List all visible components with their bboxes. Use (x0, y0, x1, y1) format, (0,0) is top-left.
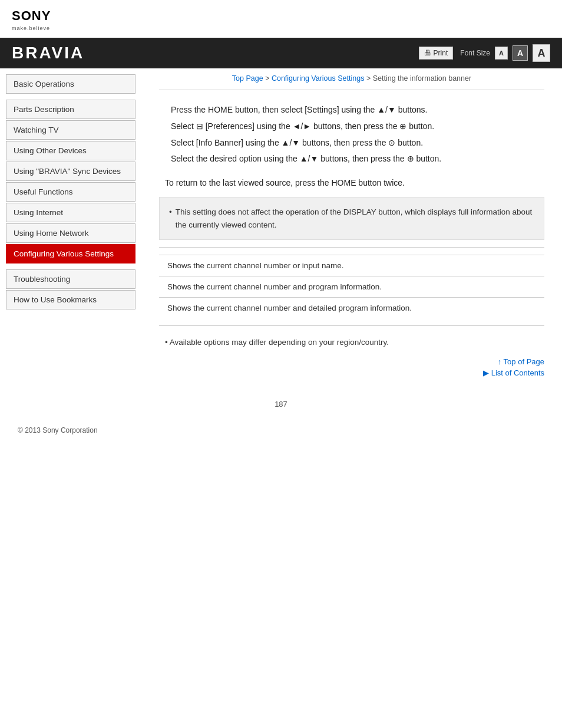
available-note-bullet: • (165, 338, 170, 347)
note-box-content: • This setting does not affect the opera… (169, 206, 534, 231)
breadcrumb-configuring[interactable]: Configuring Various Settings (272, 74, 365, 83)
steps-block: Press the HOME button, then select [Sett… (159, 97, 544, 174)
available-note: • Available options may differ depending… (159, 333, 544, 351)
list-of-contents-link[interactable]: List of Contents (159, 368, 544, 377)
breadcrumb-top-page[interactable]: Top Page (232, 74, 263, 83)
step-4: Select the desired option using the ▲/▼ … (171, 152, 533, 166)
step-1: Press the HOME button, then select [Sett… (171, 103, 533, 117)
footer-links: Top of Page List of Contents (159, 351, 544, 382)
option-2-text: Shows the current channel number and pro… (167, 282, 382, 291)
sidebar-item-watching-tv[interactable]: Watching TV (6, 120, 135, 140)
sidebar-item-configuring-settings[interactable]: Configuring Various Settings (6, 244, 135, 263)
step-3: Select [Info Banner] using the ▲/▼ butto… (171, 136, 533, 150)
divider-3 (159, 325, 544, 326)
header-bar: BRAVIA 🖶 Print Font Size A A A (0, 38, 562, 68)
sony-logo: SONY make.believe (12, 9, 51, 32)
bravia-title: BRAVIA (12, 44, 84, 62)
bullet-symbol: • (169, 206, 172, 231)
copyright-text: © 2013 Sony Corporation (18, 426, 98, 434)
header-controls: 🖶 Print Font Size A A A (419, 44, 550, 62)
page-number: 187 (0, 394, 562, 414)
font-size-medium-button[interactable]: A (513, 45, 528, 61)
breadcrumb-current: Setting the information banner (373, 74, 471, 83)
breadcrumb-sep2: > (364, 74, 372, 83)
logo-area: SONY make.believe (0, 0, 562, 38)
up-arrow-icon (498, 357, 504, 366)
step-2: Select ⊟ [Preferences] using the ◄/► but… (171, 120, 533, 134)
sidebar-item-troubleshooting[interactable]: Troubleshooting (6, 269, 135, 289)
return-note: To return to the last viewed source, pre… (159, 174, 544, 191)
option-row-3: Shows the current channel number and det… (159, 297, 544, 318)
sidebar-item-basic-operations[interactable]: Basic Operations (6, 74, 135, 94)
right-arrow-icon (483, 368, 491, 377)
option-row-1: Shows the current channel number or inpu… (159, 255, 544, 276)
sony-brand: SONY (12, 9, 51, 22)
breadcrumb-sep1: > (263, 74, 272, 83)
option-row-2: Shows the current channel number and pro… (159, 276, 544, 297)
font-size-label: Font Size (460, 49, 490, 57)
sidebar-item-using-internet[interactable]: Using Internet (6, 203, 135, 222)
sony-tagline: make.believe (12, 25, 50, 31)
copyright-bar: © 2013 Sony Corporation (0, 414, 562, 440)
content-area: Top Page > Configuring Various Settings … (141, 68, 562, 394)
main-layout: Basic Operations Parts Description Watch… (0, 68, 562, 394)
sidebar-item-using-other-devices[interactable]: Using Other Devices (6, 141, 135, 160)
breadcrumb: Top Page > Configuring Various Settings … (159, 74, 544, 83)
top-of-page-link[interactable]: Top of Page (159, 357, 544, 366)
available-note-text: Available options may differ depending o… (170, 338, 389, 347)
print-button[interactable]: 🖶 Print (419, 47, 454, 60)
return-note-text: To return to the last viewed source, pre… (165, 178, 405, 187)
option-1-text: Shows the current channel number or inpu… (167, 261, 343, 270)
divider-2 (159, 247, 544, 248)
sidebar-item-using-home-network[interactable]: Using Home Network (6, 223, 135, 243)
divider-1 (159, 90, 544, 90)
sidebar-item-parts-description[interactable]: Parts Description (6, 100, 135, 119)
print-icon: 🖶 (424, 49, 431, 57)
sidebar-item-bookmarks[interactable]: How to Use Bookmarks (6, 290, 135, 309)
sidebar: Basic Operations Parts Description Watch… (0, 68, 141, 394)
font-size-large-button[interactable]: A (533, 44, 550, 62)
note-box: • This setting does not affect the opera… (159, 197, 544, 240)
sidebar-item-bravia-sync[interactable]: Using "BRAVIA" Sync Devices (6, 162, 135, 181)
font-size-small-button[interactable]: A (495, 47, 508, 60)
print-label: Print (434, 49, 448, 57)
option-3-text: Shows the current channel number and det… (167, 304, 412, 312)
sidebar-item-useful-functions[interactable]: Useful Functions (6, 182, 135, 202)
note-box-text: This setting does not affect the operati… (176, 206, 534, 231)
